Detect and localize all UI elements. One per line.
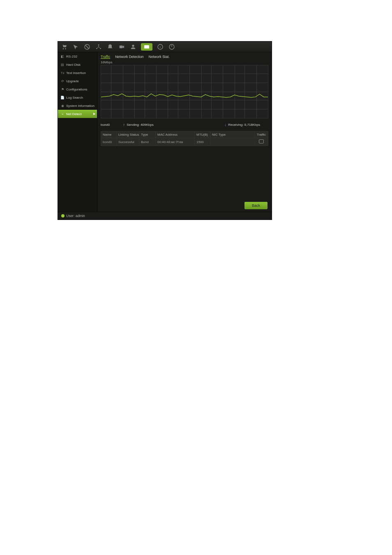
svg-line-1 bbox=[85, 45, 89, 49]
chart-y-axis-label: 16Mbps bbox=[101, 60, 268, 64]
status-indicator-icon bbox=[61, 214, 65, 217]
svg-text:i: i bbox=[160, 45, 161, 49]
sysinfo-icon: ◉ bbox=[60, 104, 65, 108]
network-icon[interactable] bbox=[95, 43, 102, 51]
sidebar-item-label: Configurations bbox=[66, 88, 88, 91]
status-bar: User: admin bbox=[58, 212, 272, 220]
serial-icon: ◧ bbox=[60, 54, 65, 58]
nic-table-header: Name Linking Status Type MAC Address MTU… bbox=[101, 131, 268, 138]
svg-point-3 bbox=[96, 48, 97, 49]
tab-stat[interactable]: Network Stat. bbox=[149, 55, 170, 59]
footer: Back bbox=[97, 199, 272, 212]
svg-rect-5 bbox=[120, 45, 123, 48]
sidebar-item-label: Hard Disk bbox=[66, 63, 81, 67]
svg-point-2 bbox=[98, 44, 99, 46]
col-traffic: Traffic bbox=[255, 132, 268, 138]
exit-icon[interactable] bbox=[168, 43, 175, 51]
cell-mac: 00:40:48:ae:7f:ea bbox=[156, 139, 195, 145]
sidebar-item-label: Net Detect bbox=[66, 112, 82, 116]
upgrade-icon: ⟳ bbox=[60, 79, 65, 83]
sidebar: ◧ RS-232 ▤ Hard Disk Tx Text Insertion ⟳… bbox=[58, 52, 97, 212]
maintenance-icon[interactable] bbox=[141, 43, 152, 51]
hdd-icon: ▤ bbox=[60, 62, 65, 67]
app-window: i ◧ RS-232 ▤ Hard Disk Tx Text Insertion… bbox=[58, 41, 272, 220]
sidebar-item-upgrade[interactable]: ⟳ Upgrade bbox=[58, 77, 97, 85]
config-icon: ⚑ bbox=[60, 87, 65, 91]
svg-point-6 bbox=[132, 44, 134, 46]
cell-nictype bbox=[210, 141, 255, 143]
log-icon: 📄 bbox=[60, 95, 65, 99]
text-icon: Tx bbox=[60, 71, 65, 75]
sidebar-item-label: RS-232 bbox=[66, 55, 77, 58]
sidebar-item-label: Log Search bbox=[66, 96, 83, 99]
col-type: Type bbox=[139, 132, 156, 138]
sidebar-item-logsearch[interactable]: 📄 Log Search bbox=[58, 93, 97, 102]
arrow-up-icon: ↑ bbox=[123, 123, 125, 127]
legend-receiving: ↓ Receiving: 8,718Kbps bbox=[224, 123, 260, 127]
svg-point-4 bbox=[100, 48, 101, 49]
status-user-label: User: admin bbox=[66, 214, 85, 218]
sidebar-item-label: Text Insertion bbox=[66, 71, 86, 75]
user-icon[interactable] bbox=[129, 43, 137, 51]
alarm-icon[interactable] bbox=[106, 43, 114, 51]
legend-sending-label: Sending: 409Kbps bbox=[127, 123, 153, 127]
legend-sending: ↑ Sending: 409Kbps bbox=[123, 123, 153, 127]
cell-traffic-indicator[interactable] bbox=[255, 138, 268, 146]
chart-legend: bond0 ↑ Sending: 409Kbps ↓ Receiving: 8,… bbox=[97, 120, 272, 130]
netdetect-icon: ⌁ bbox=[60, 112, 65, 116]
sidebar-item-rs232[interactable]: ◧ RS-232 bbox=[58, 52, 97, 60]
col-linking: Linking Status bbox=[117, 132, 139, 138]
tab-traffic[interactable]: Traffic bbox=[101, 55, 110, 59]
svg-rect-7 bbox=[144, 45, 149, 49]
pointer-icon[interactable] bbox=[72, 43, 79, 51]
nic-table: Name Linking Status Type MAC Address MTU… bbox=[101, 131, 268, 146]
sidebar-item-label: System Information bbox=[66, 104, 95, 108]
col-name: Name bbox=[101, 132, 117, 138]
content-pane: Traffic Network Detection Network Stat. … bbox=[97, 52, 272, 212]
cell-linking: Successful bbox=[117, 139, 139, 145]
traffic-indicator-icon bbox=[259, 139, 264, 143]
col-mac: MAC Address bbox=[156, 132, 195, 138]
cell-mtu: 1500 bbox=[195, 139, 210, 145]
legend-interface-label: bond0 bbox=[101, 123, 110, 127]
sidebar-item-sysinfo[interactable]: ◉ System Information bbox=[58, 102, 97, 110]
tab-detection[interactable]: Network Detection bbox=[115, 55, 143, 59]
arrow-down-icon: ↓ bbox=[224, 123, 226, 127]
traffic-chart bbox=[101, 65, 268, 118]
record-icon[interactable] bbox=[118, 43, 125, 51]
back-button[interactable]: Back bbox=[244, 202, 267, 209]
legend-receiving-label: Receiving: 8,718Kbps bbox=[228, 123, 260, 127]
cell-name: bond0 bbox=[101, 139, 117, 145]
disc-icon[interactable] bbox=[83, 43, 91, 51]
legend-interface: bond0 bbox=[101, 123, 110, 127]
sidebar-item-label: Upgrade bbox=[66, 79, 79, 83]
traffic-line-sending bbox=[101, 65, 268, 118]
tabs: Traffic Network Detection Network Stat. bbox=[97, 52, 272, 60]
toolbar: i bbox=[58, 42, 272, 52]
sidebar-item-harddisk[interactable]: ▤ Hard Disk bbox=[58, 60, 97, 69]
sidebar-item-textinsert[interactable]: Tx Text Insertion bbox=[58, 69, 97, 77]
info-icon[interactable]: i bbox=[157, 43, 164, 51]
col-nictype: NIC Type bbox=[210, 132, 255, 138]
nic-table-row[interactable]: bond0 Successful Bond 00:40:48:ae:7f:ea … bbox=[101, 138, 268, 146]
col-mtu: MTU(B) bbox=[195, 132, 210, 138]
sidebar-item-config[interactable]: ⚑ Configurations bbox=[58, 85, 97, 93]
cell-type: Bond bbox=[139, 139, 156, 145]
cart-icon[interactable] bbox=[60, 43, 68, 51]
sidebar-item-netdetect[interactable]: ⌁ Net Detect bbox=[58, 110, 97, 118]
